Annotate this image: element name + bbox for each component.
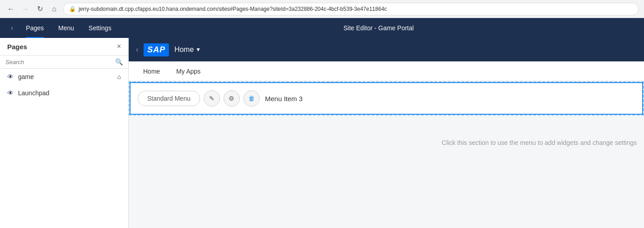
- trash-icon: 🗑: [248, 95, 255, 102]
- sidebar-search-bar: 🔍: [0, 56, 128, 69]
- site-title-chevron[interactable]: ▼: [196, 47, 201, 53]
- sidebar-item-launchpad[interactable]: 👁 Launchpad: [0, 85, 128, 101]
- sidebar-close-button[interactable]: ×: [117, 42, 121, 51]
- eye-icon-game: 👁: [7, 73, 14, 80]
- site-header-back-button[interactable]: ‹: [136, 46, 138, 54]
- content-area: ‹ SAP Home ▼ Home My Apps Standard Menu …: [129, 38, 644, 228]
- top-nav-pages[interactable]: Pages: [19, 18, 51, 38]
- edit-menu-button[interactable]: ✎: [204, 90, 220, 107]
- site-nav-myapps[interactable]: My Apps: [169, 61, 208, 81]
- site-header-title: Home ▼: [174, 46, 201, 54]
- empty-hint-text: Click this section to use the menu to ad…: [442, 139, 637, 146]
- delete-menu-button[interactable]: 🗑: [243, 90, 260, 107]
- search-icon: 🔍: [115, 58, 123, 65]
- sidebar-item-label-game: game: [18, 73, 113, 80]
- reload-button[interactable]: ↻: [34, 4, 45, 14]
- sidebar-item-game[interactable]: 👁 game ⌂: [0, 69, 128, 85]
- sap-logo: SAP: [144, 43, 169, 56]
- menu-section[interactable]: Standard Menu ✎ ⚙ 🗑 Menu Item 3: [130, 82, 643, 115]
- search-input[interactable]: [5, 59, 112, 65]
- sidebar: Pages × 🔍 👁 game ⌂ 👁 Launchpad: [0, 38, 129, 228]
- address-bar[interactable]: 🔒 jerry-subdomain.dt.cpp.cfapps.eu10.han…: [63, 3, 639, 15]
- back-button[interactable]: ←: [5, 4, 16, 14]
- menu-dashed-area: Standard Menu ✎ ⚙ 🗑 Menu Item 3: [129, 81, 644, 116]
- top-nav-settings[interactable]: Settings: [81, 18, 119, 38]
- browser-chrome: ← → ↻ ⌂ 🔒 jerry-subdomain.dt.cpp.cfapps.…: [0, 0, 644, 18]
- edit-icon: ✎: [209, 95, 215, 102]
- forward-button[interactable]: →: [20, 4, 31, 14]
- eye-icon-launchpad: 👁: [7, 89, 14, 97]
- home-icon-game: ⌂: [117, 73, 121, 80]
- empty-section[interactable]: Click this section to use the menu to ad…: [129, 116, 644, 170]
- site-nav-home[interactable]: Home: [136, 61, 167, 81]
- top-nav-back-button[interactable]: ‹: [5, 18, 19, 38]
- sidebar-item-label-launchpad: Launchpad: [18, 89, 121, 97]
- top-nav-menu[interactable]: Menu: [51, 18, 81, 38]
- lock-icon: 🔒: [69, 6, 76, 12]
- site-title-text: Home: [174, 46, 194, 54]
- home-button[interactable]: ⌂: [49, 4, 60, 14]
- sidebar-header: Pages ×: [0, 38, 128, 56]
- url-text: jerry-subdomain.dt.cpp.cfapps.eu10.hana.…: [79, 6, 387, 12]
- settings-menu-button[interactable]: ⚙: [224, 90, 240, 107]
- top-nav: ‹ Pages Menu Settings Site Editor - Game…: [0, 18, 644, 38]
- main-layout: Pages × 🔍 👁 game ⌂ 👁 Launchpad ‹ SAP Hom…: [0, 38, 644, 228]
- standard-menu-pill[interactable]: Standard Menu: [138, 91, 200, 106]
- site-header: ‹ SAP Home ▼: [129, 38, 644, 61]
- menu-item-3-label: Menu Item 3: [265, 95, 303, 102]
- site-editor-title: Site Editor - Game Portal: [119, 24, 639, 32]
- site-nav: Home My Apps: [129, 61, 644, 81]
- sidebar-title: Pages: [7, 43, 27, 51]
- settings-icon: ⚙: [229, 95, 234, 102]
